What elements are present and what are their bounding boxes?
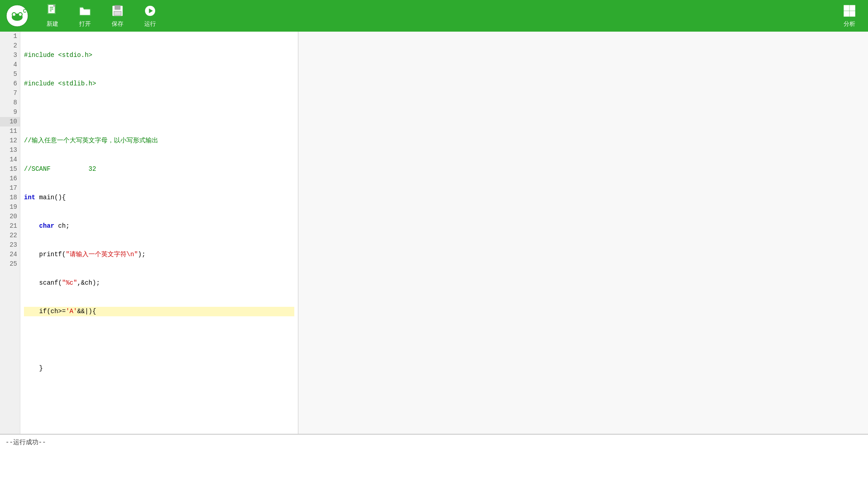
new-label: 新建 (47, 20, 58, 28)
app-logo: C (5, 4, 29, 28)
svg-rect-20 (850, 11, 855, 16)
code-line-5: //SCANF 32 (24, 164, 294, 174)
svg-rect-14 (114, 11, 121, 15)
line-numbers: 1 2 3 4 5 6 7 8 9 10 11 12 13 14 15 16 1… (0, 32, 20, 434)
code-line-7: char ch; (24, 221, 294, 231)
svg-rect-19 (844, 11, 849, 16)
code-line-4: //输入任意一个大写英文字母，以小写形式输出 (24, 136, 294, 145)
main-area: 1 2 3 4 5 6 7 8 9 10 11 12 13 14 15 16 1… (0, 32, 868, 434)
code-line-13 (24, 392, 294, 402)
code-line-3 (24, 108, 294, 117)
code-line-8: printf("请输入一个英文字符\n"); (24, 250, 294, 259)
code-line-14 (24, 421, 294, 430)
save-button[interactable]: 保存 (104, 1, 132, 30)
open-label: 打开 (79, 20, 91, 28)
svg-point-5 (19, 13, 22, 16)
code-line-2: #include <stdlib.h> (24, 79, 294, 89)
code-line-1: #include <stdio.h> (24, 51, 294, 60)
output-bar: --运行成功-- (0, 434, 868, 488)
right-panel (298, 32, 868, 434)
analyze-button[interactable]: 分析 (835, 1, 863, 30)
svg-rect-17 (844, 5, 849, 10)
svg-text:C: C (23, 9, 26, 14)
code-line-6: int main(){ (24, 193, 294, 202)
save-label: 保存 (112, 20, 123, 28)
svg-rect-13 (115, 5, 120, 9)
code-line-10: if(ch>='A'&&|){ (24, 307, 294, 316)
toolbar: C 新建 打开 保存 (0, 0, 868, 32)
code-line-9: scanf("%c",&ch); (24, 278, 294, 288)
analyze-label: 分析 (844, 20, 855, 28)
run-button[interactable]: 运行 (136, 1, 164, 30)
code-line-11 (24, 335, 294, 345)
code-content[interactable]: #include <stdio.h> #include <stdlib.h> /… (20, 32, 298, 434)
svg-point-4 (13, 13, 15, 16)
open-button[interactable]: 打开 (71, 1, 99, 30)
code-line-12: } (24, 364, 294, 373)
run-label: 运行 (144, 20, 156, 28)
output-status: --运行成功-- (5, 438, 863, 446)
new-button[interactable]: 新建 (38, 1, 66, 30)
svg-rect-18 (850, 5, 855, 10)
code-editor[interactable]: 1 2 3 4 5 6 7 8 9 10 11 12 13 14 15 16 1… (0, 32, 298, 434)
